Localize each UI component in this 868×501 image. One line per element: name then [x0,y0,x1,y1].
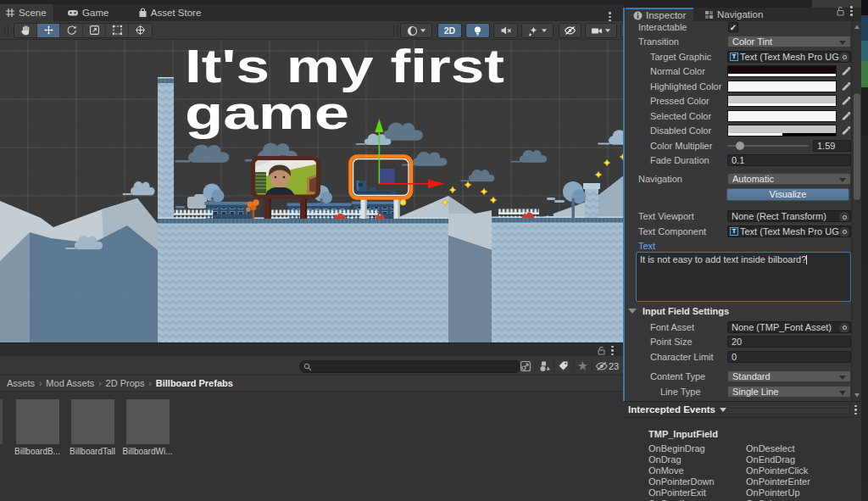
open-search-icon[interactable] [519,359,532,373]
inspector-menu-kebab-icon[interactable] [850,6,853,16]
scene-viewport[interactable]: It's my first game [0,40,624,342]
2d-toggle-button[interactable]: 2D [438,24,461,37]
shading-mode-button[interactable] [401,24,431,37]
rect-tool-button[interactable] [106,24,129,37]
lock-open-icon[interactable] [597,346,606,355]
character-limit-field[interactable]: 0 [727,351,851,363]
transform-gizmo-icon [135,25,146,36]
eyedropper-icon[interactable] [841,96,851,106]
color-multiplier-slider[interactable] [727,145,809,147]
toolbar-button-group [559,23,581,38]
dropdown-value: Automatic [732,174,774,184]
scrollbar-thumb[interactable] [854,93,860,200]
content-type-dropdown[interactable]: Standard [727,370,851,382]
point-size-field[interactable]: 20 [727,336,851,348]
navigation-dropdown[interactable]: Automatic [727,173,851,185]
rotate-tool-button[interactable] [60,24,83,37]
transition-dropdown[interactable]: Color Tint [727,36,851,47]
row-line-type: Line Type Single Line [624,386,851,398]
chevron-down-icon [839,391,846,395]
scene-camera-button[interactable] [586,24,616,37]
eyedropper-icon[interactable] [841,81,851,92]
project-panel-menu-kebab-icon[interactable] [611,346,614,355]
breadcrumb-assets[interactable]: Assets [7,378,35,388]
favorites-star-icon[interactable] [577,360,588,371]
asset-item-billboardtall[interactable]: BillboardTall [65,399,120,456]
color-multiplier-value[interactable]: 1.59 [813,140,851,152]
highlighted-color-swatch[interactable] [727,81,837,92]
eyedropper-icon[interactable] [841,111,851,121]
asset-item-billboardwi[interactable]: BillboardWi... [120,399,175,456]
text-viewport-object-field[interactable]: None (Rect Transform) [727,210,851,222]
scene-visibility-button[interactable] [559,24,581,37]
object-picker-icon[interactable] [839,227,849,237]
event-item: OnPointerExit [648,487,706,498]
move-tool-button[interactable] [37,24,60,37]
scene-audio-button[interactable] [494,24,517,37]
effects-button[interactable] [522,24,553,37]
eye-slash-icon [564,25,576,36]
toolbar-separator [535,359,536,372]
chevron-down-icon [839,178,846,182]
toolbar-drag-handle-2[interactable] [393,25,398,36]
shopping-bag-icon [138,8,147,18]
toolbar-button-group [400,23,432,38]
object-picker-icon[interactable] [839,323,849,333]
event-item: OnBeginDrag [648,443,705,454]
tab-game[interactable]: Game [60,4,115,21]
asset-item-billboardb[interactable]: BillboardB... [10,399,64,456]
object-picker-icon[interactable] [839,212,849,222]
disabled-color-swatch[interactable] [727,125,837,136]
breadcrumb-mod-assets[interactable]: Mod Assets [46,378,94,388]
transform-tool-button[interactable] [129,24,152,37]
breadcrumb-billboard-prefabs[interactable]: Billboard Prefabs [156,378,233,388]
desktop-edge-strip [861,0,868,501]
event-item: OnEndDrag [746,454,795,465]
scroll-up-icon[interactable] [854,24,860,31]
intercepted-events-header[interactable]: Intercepted Events [624,402,861,418]
scroll-down-icon[interactable] [854,392,860,398]
scale-tool-button[interactable] [83,24,106,37]
hidden-count-eye-icon[interactable] [595,361,609,371]
font-asset-object-field[interactable]: None (TMP_Font Asset) [727,321,851,333]
line-type-dropdown[interactable]: Single Line [727,386,851,398]
hand-tool-button[interactable] [14,24,37,37]
target-graphic-object-field[interactable]: T Text (Text Mesh Pro UG [727,51,851,63]
scene-lighting-button[interactable] [466,24,489,37]
pressed-color-swatch[interactable] [727,95,837,107]
eyedropper-icon[interactable] [841,125,851,136]
selected-color-swatch[interactable] [727,110,837,122]
fade-duration-field[interactable]: 0.1 [727,154,851,166]
object-field-value: Text (Text Mesh Pro UG [740,52,839,62]
tab-scene[interactable]: Scene [0,4,53,21]
foldout-label: Input Field Settings [643,306,729,316]
inspector-lock-icon[interactable] [836,6,845,16]
normal-color-swatch[interactable] [727,65,837,77]
text-component-object-field[interactable]: T Text (Text Mesh Pro UG [727,225,851,237]
scene-panel-tabbar: Scene Game Asset Store [0,0,624,21]
text-value-textarea[interactable]: It is not easy to add text inside bilboa… [636,252,851,302]
chevron-down-icon [839,376,846,380]
input-field-settings-foldout[interactable]: Input Field Settings [628,306,849,318]
row-selected-color: Selected Color [624,110,851,122]
toolbar-drag-handle[interactable] [4,25,8,36]
field-label: Point Size [650,337,693,347]
inspector-scrollbar[interactable] [851,21,861,401]
object-picker-icon[interactable] [839,53,849,63]
breadcrumb-2d-props[interactable]: 2D Props [106,378,145,388]
events-menu-kebab-icon[interactable] [854,405,857,415]
eyedropper-icon[interactable] [841,66,851,76]
dropdown-value: Color Tint [732,36,772,47]
gizmo-xy-plane-handle[interactable] [381,170,395,184]
visualize-button[interactable]: Visualize [726,188,849,201]
interactable-checkbox[interactable]: ✓ [728,22,738,32]
tab-navigation[interactable]: Navigation [697,8,771,21]
tab-asset-store[interactable]: Asset Store [131,4,208,21]
event-component-name: TMP_InputField [648,429,718,439]
filter-by-label-icon[interactable] [558,360,569,371]
filter-by-type-icon[interactable] [539,360,551,372]
row-content-type: Content Type Standard [624,370,851,382]
slider-handle[interactable] [736,142,744,150]
project-search-field[interactable] [299,360,521,373]
tab-inspector[interactable]: Inspector [626,8,693,21]
